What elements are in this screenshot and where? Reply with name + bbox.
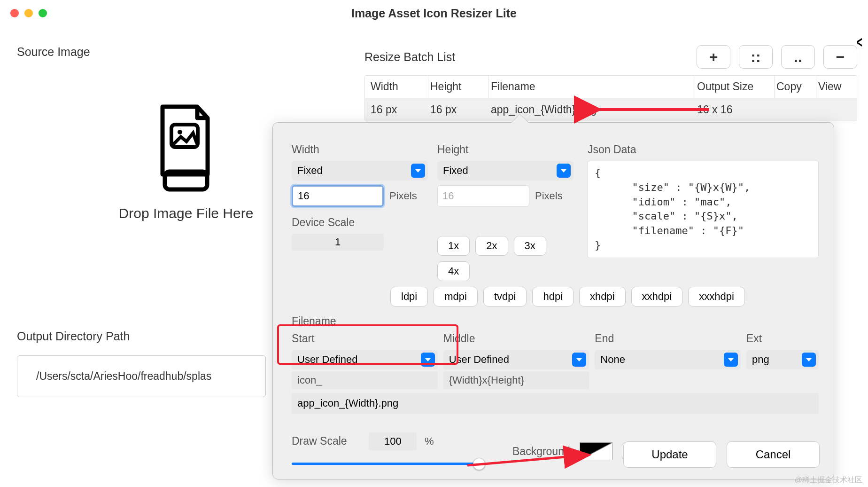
cancel-button[interactable]: Cancel bbox=[727, 441, 820, 468]
device-scale-label: Device Scale bbox=[292, 216, 437, 229]
col-view[interactable]: View bbox=[818, 80, 851, 93]
ext-label: Ext bbox=[746, 332, 819, 345]
ext-select[interactable]: png bbox=[746, 350, 819, 369]
source-image-label: Source Image bbox=[17, 45, 355, 59]
output-path-field[interactable]: /Users/scta/AriesHoo/freadhub/splas bbox=[17, 355, 266, 397]
update-button[interactable]: Update bbox=[623, 441, 716, 468]
edit-row-dialog: Width Fixed Pixels Device Scale 1 Height… bbox=[272, 122, 834, 479]
presets-button[interactable]: :: bbox=[739, 45, 773, 69]
scale-pill-4x[interactable]: 4x bbox=[437, 261, 470, 281]
titlebar: Image Asset Icon Resizer Lite bbox=[0, 0, 868, 26]
end-label: End bbox=[595, 332, 741, 345]
width-mode-select[interactable]: Fixed bbox=[292, 161, 428, 181]
watermark: @稀土掘金技术社区 bbox=[795, 475, 862, 485]
col-width[interactable]: Width bbox=[371, 80, 426, 93]
chevron-down-icon bbox=[802, 353, 816, 367]
scale-pill-tvdpi[interactable]: tvdpi bbox=[483, 287, 527, 306]
height-label: Height bbox=[437, 143, 583, 156]
chevron-down-icon bbox=[411, 164, 425, 178]
window-title: Image Asset Icon Resizer Lite bbox=[0, 7, 868, 20]
batch-list-label: Resize Batch List bbox=[364, 50, 455, 64]
remove-button[interactable]: − bbox=[823, 45, 857, 69]
chevron-down-icon bbox=[724, 353, 738, 367]
svg-point-1 bbox=[178, 130, 182, 134]
width-label: Width bbox=[292, 143, 437, 156]
json-data-field[interactable]: { "size" : "{W}x{W}", "idiom" : "mac", "… bbox=[588, 161, 819, 258]
image-file-icon bbox=[151, 101, 221, 195]
height-mode-select[interactable]: Fixed bbox=[437, 161, 574, 181]
scale-pill-3x[interactable]: 3x bbox=[514, 236, 546, 256]
draw-scale-unit: % bbox=[425, 435, 434, 447]
scale-pill-2x[interactable]: 2x bbox=[475, 236, 508, 256]
draw-scale-slider[interactable] bbox=[292, 457, 480, 470]
end-select[interactable]: None bbox=[595, 350, 741, 369]
width-input[interactable] bbox=[292, 185, 384, 207]
middle-label: Middle bbox=[443, 332, 589, 345]
col-height[interactable]: Height bbox=[430, 80, 487, 93]
popover-tail bbox=[512, 114, 528, 123]
height-input[interactable] bbox=[437, 185, 529, 207]
scale-pill-1x[interactable]: 1x bbox=[437, 236, 470, 256]
background-label: Background bbox=[512, 445, 570, 458]
draw-scale-value[interactable]: 100 bbox=[369, 432, 417, 450]
chevron-down-icon bbox=[557, 164, 571, 178]
table-row[interactable]: 16 px 16 px app_icon_{Width}.png 16 x 16 bbox=[365, 98, 857, 121]
scale-pill-ldpi[interactable]: ldpi bbox=[390, 287, 428, 306]
width-unit: Pixels bbox=[389, 190, 417, 202]
middle-select[interactable]: User Defined bbox=[443, 350, 589, 369]
chevron-left-icon[interactable]: < bbox=[857, 33, 862, 51]
more-button[interactable]: .. bbox=[781, 45, 815, 69]
scale-pill-mdpi[interactable]: mdpi bbox=[434, 287, 478, 306]
middle-field[interactable]: {Width}x{Height} bbox=[443, 371, 589, 389]
scale-pill-xhdpi[interactable]: xhdpi bbox=[579, 287, 626, 306]
add-button[interactable]: + bbox=[697, 45, 730, 69]
draw-scale-label: Draw Scale bbox=[292, 435, 367, 448]
annotation-highlight bbox=[277, 324, 458, 365]
col-output[interactable]: Output Size bbox=[697, 80, 772, 93]
start-field[interactable]: icon_ bbox=[292, 371, 438, 389]
batch-table: Width Height Filename Output Size Copy V… bbox=[364, 75, 857, 121]
scale-pill-xxhdpi[interactable]: xxhdpi bbox=[631, 287, 683, 306]
chevron-down-icon bbox=[572, 353, 586, 367]
background-swatch[interactable] bbox=[580, 442, 612, 460]
filename-result: app_icon_{Width}.png bbox=[292, 393, 819, 414]
scale-pill-xxxhdpi[interactable]: xxxhdpi bbox=[688, 287, 745, 306]
height-unit: Pixels bbox=[535, 190, 563, 202]
json-label: Json Data bbox=[588, 143, 819, 156]
scale-pill-hdpi[interactable]: hdpi bbox=[532, 287, 574, 306]
col-filename[interactable]: Filename bbox=[491, 80, 693, 93]
col-copy[interactable]: Copy bbox=[776, 80, 814, 93]
device-scale-field[interactable]: 1 bbox=[292, 234, 384, 251]
